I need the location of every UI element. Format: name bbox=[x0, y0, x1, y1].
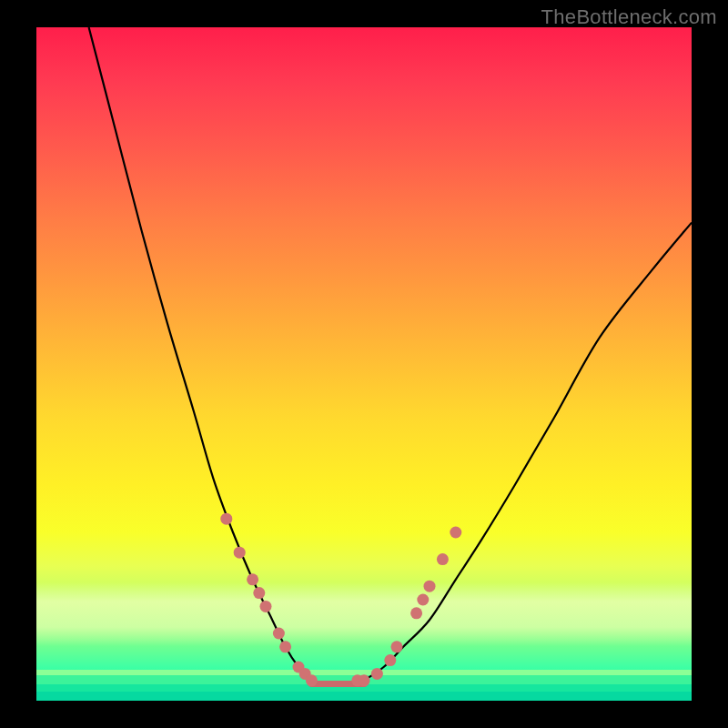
plot-area bbox=[36, 27, 692, 701]
marker-dot bbox=[273, 628, 285, 640]
marker-dot bbox=[437, 553, 449, 565]
marker-dot bbox=[417, 594, 429, 606]
curve-left bbox=[89, 27, 312, 681]
marker-dot bbox=[279, 641, 291, 652]
marker-dot bbox=[371, 668, 383, 680]
marker-dot bbox=[391, 641, 403, 652]
marker-dots bbox=[220, 513, 461, 687]
marker-dot bbox=[424, 581, 436, 592]
marker-dot bbox=[260, 601, 272, 612]
marker-dot bbox=[410, 607, 422, 619]
marker-dot bbox=[450, 527, 461, 539]
marker-dot bbox=[247, 573, 258, 585]
marker-dot bbox=[220, 513, 232, 525]
app-frame: TheBottleneck.com bbox=[0, 0, 728, 728]
curve-layer bbox=[36, 27, 692, 701]
marker-dot bbox=[384, 654, 396, 666]
watermark-text: TheBottleneck.com bbox=[541, 5, 717, 29]
marker-dot bbox=[359, 674, 370, 686]
marker-dot bbox=[306, 674, 318, 686]
marker-dot bbox=[253, 587, 265, 599]
marker-dot bbox=[234, 547, 246, 559]
